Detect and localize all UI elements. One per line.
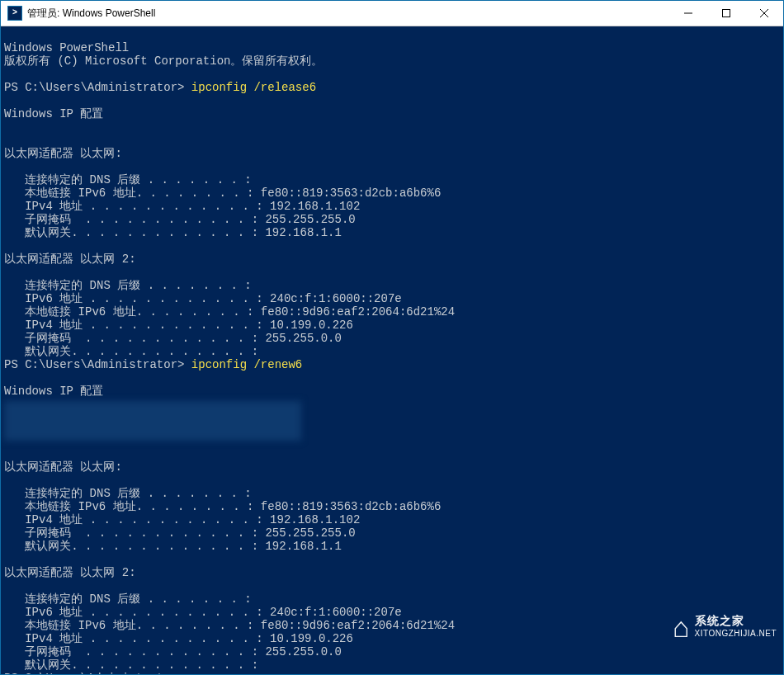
banner-line: Windows PowerShell xyxy=(4,41,129,54)
row-value: fe80::9d96:eaf2:2064:6d21%24 xyxy=(261,305,455,319)
row-label: 子网掩码 . . . . . . . . . . . . : xyxy=(25,645,258,658)
redacted-block: . xyxy=(4,401,301,441)
row-value: 240c:f:1:6000::207e xyxy=(270,606,402,619)
row-label: 本地链接 IPv6 地址. . . . . . . . : xyxy=(25,500,253,513)
row-label: 默认网关. . . . . . . . . . . . . : xyxy=(25,345,258,358)
row-label: 本地链接 IPv6 地址. . . . . . . . : xyxy=(25,619,253,632)
row-label: IPv4 地址 . . . . . . . . . . . . : xyxy=(25,513,262,526)
row-value: 192.168.1.1 xyxy=(265,540,341,553)
row-label: 默认网关. . . . . . . . . . . . . : xyxy=(25,540,258,553)
prompt: PS C:\Users\Administrator> xyxy=(4,358,184,371)
watermark-en: XITONGZHIJIA.NET xyxy=(695,627,777,640)
prompt: PS C:\Users\Administrator> xyxy=(4,672,184,675)
row-value: 10.199.0.226 xyxy=(270,319,353,332)
row-label: 默认网关. . . . . . . . . . . . . : xyxy=(25,226,258,239)
row-label: IPv6 地址 . . . . . . . . . . . . : xyxy=(25,292,262,305)
row-value: 255.255.255.0 xyxy=(265,526,355,540)
maximize-icon xyxy=(722,9,730,17)
close-icon xyxy=(760,9,768,17)
row-value: fe80::9d96:eaf2:2064:6d21%24 xyxy=(261,619,455,632)
command-renew6: ipconfig /renew6 xyxy=(191,358,302,371)
row-value: 240c:f:1:6000::207e xyxy=(270,292,402,305)
row-label: 子网掩码 . . . . . . . . . . . . : xyxy=(25,526,258,540)
row-label: 默认网关. . . . . . . . . . . . . : xyxy=(25,658,258,672)
powershell-window: > 管理员: Windows PowerShell Windows PowerS… xyxy=(0,0,784,675)
row-label: 连接特定的 DNS 后缀 . . . . . . . : xyxy=(25,173,251,186)
row-label: 连接特定的 DNS 后缀 . . . . . . . : xyxy=(25,487,251,500)
row-label: 子网掩码 . . . . . . . . . . . . : xyxy=(25,213,258,226)
row-value: 255.255.0.0 xyxy=(265,332,341,345)
row-label: 连接特定的 DNS 后缀 . . . . . . . : xyxy=(25,279,251,292)
adapter-1-title: 以太网适配器 以太网: xyxy=(4,460,122,474)
row-label: IPv4 地址 . . . . . . . . . . . . : xyxy=(25,200,262,213)
row-value: fe80::819:3563:d2cb:a6b6%6 xyxy=(261,186,441,200)
window-title: 管理员: Windows PowerShell xyxy=(27,7,669,20)
minimize-icon xyxy=(684,9,692,17)
maximize-button[interactable] xyxy=(707,1,745,26)
row-value: 192.168.1.102 xyxy=(270,200,360,213)
row-label: IPv4 地址 . . . . . . . . . . . . : xyxy=(25,632,262,645)
row-value: 192.168.1.102 xyxy=(270,513,360,526)
row-label: 连接特定的 DNS 后缀 . . . . . . . : xyxy=(25,592,251,606)
terminal-area[interactable]: Windows PowerShell 版权所有 (C) Microsoft Co… xyxy=(1,26,783,675)
watermark-cn: 系统之家 xyxy=(695,615,777,627)
app-icon: > xyxy=(7,6,22,21)
row-label: IPv6 地址 . . . . . . . . . . . . : xyxy=(25,606,262,619)
ipconfig-header: Windows IP 配置 xyxy=(4,385,103,398)
command-release6: ipconfig /release6 xyxy=(191,81,316,94)
copyright-line: 版权所有 (C) Microsoft Corporation。保留所有权利。 xyxy=(4,54,323,68)
svg-rect-1 xyxy=(723,10,730,17)
ipconfig-header: Windows IP 配置 xyxy=(4,107,103,120)
adapter-1-title: 以太网适配器 以太网: xyxy=(4,147,122,160)
adapter-2-title: 以太网适配器 以太网 2: xyxy=(4,253,136,266)
watermark: ⌂ 系统之家 XITONGZHIJIA.NET xyxy=(673,613,777,641)
row-label: 子网掩码 . . . . . . . . . . . . : xyxy=(25,332,258,345)
titlebar[interactable]: > 管理员: Windows PowerShell xyxy=(1,1,783,26)
close-button[interactable] xyxy=(745,1,783,26)
cursor: _ xyxy=(191,672,198,675)
row-value: fe80::819:3563:d2cb:a6b6%6 xyxy=(261,500,441,513)
row-value: 255.255.0.0 xyxy=(265,645,341,658)
minimize-button[interactable] xyxy=(669,1,707,26)
row-label: IPv4 地址 . . . . . . . . . . . . : xyxy=(25,319,262,332)
row-value: 192.168.1.1 xyxy=(265,226,341,239)
row-label: 本地链接 IPv6 地址. . . . . . . . : xyxy=(25,305,253,319)
adapter-2-title: 以太网适配器 以太网 2: xyxy=(4,566,136,579)
row-value: 255.255.255.0 xyxy=(265,213,355,226)
row-value: 10.199.0.226 xyxy=(270,632,353,645)
prompt: PS C:\Users\Administrator> xyxy=(4,81,184,94)
house-icon: ⌂ xyxy=(673,613,690,641)
row-label: 本地链接 IPv6 地址. . . . . . . . : xyxy=(25,186,253,200)
